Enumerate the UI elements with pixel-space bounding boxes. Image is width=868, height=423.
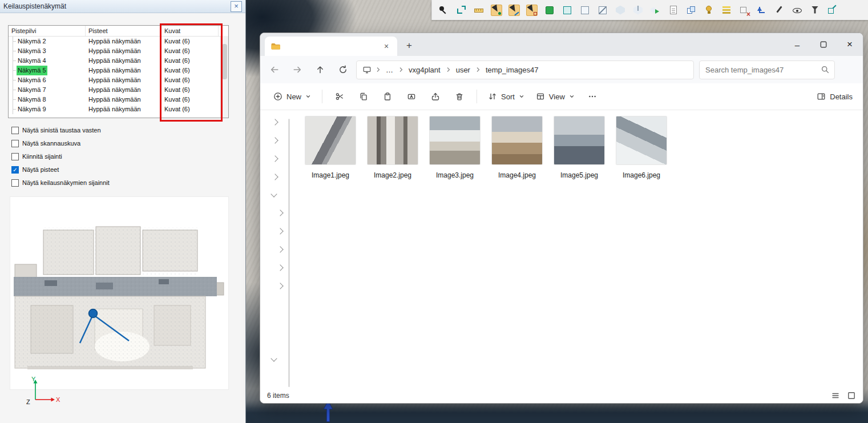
tree-chevron-right-icon[interactable] [277,283,283,289]
table-row[interactable]: Näkymä 4 Hyppää näkymään Kuvat (6) [9,56,228,66]
file-thumbnail[interactable] [430,116,480,164]
rename-button[interactable] [400,87,423,106]
file-item[interactable]: Image3.jpeg [430,116,480,179]
refresh-button[interactable] [336,62,350,77]
search-input[interactable] [704,65,821,75]
frame-box-icon[interactable] [579,5,591,16]
lamp-icon[interactable] [703,5,714,16]
filter-funnel-icon[interactable] [809,5,821,16]
notes-list-icon[interactable] [668,5,679,16]
minimize-button[interactable]: – [784,33,810,56]
prism-box-icon[interactable] [615,5,626,16]
file-item[interactable]: Image4.jpeg [492,116,542,179]
share-icon [431,92,440,101]
section-box-icon[interactable] [597,5,608,16]
file-thumbnail[interactable] [492,116,542,164]
checkbox-icon[interactable] [11,127,19,134]
visibility-eye-icon[interactable] [792,5,803,16]
breadcrumb-segment[interactable]: user [455,66,471,74]
checkbox-blue-background[interactable]: Näytä sinistä taustaa vasten [11,126,110,134]
tree-chevron-right-icon[interactable] [272,119,278,125]
layer-stack-icon[interactable] [721,5,732,16]
table-row[interactable]: Näkymä 9 Hyppää näkymään Kuvat (6) [9,104,228,114]
tree-chevron-right-icon[interactable] [272,137,278,143]
snap-face-icon[interactable] [526,5,538,16]
more-button[interactable] [581,87,604,106]
checkbox-icon[interactable] [11,153,19,160]
close-window-button[interactable]: × [837,33,863,56]
breadcrumb-segment[interactable]: vxg4plant [407,66,442,74]
list-view-icon[interactable] [831,391,840,400]
new-tab-button[interactable]: + [402,40,417,51]
tree-chevron-right-icon[interactable] [277,228,283,234]
checkbox-icon[interactable] [11,140,19,147]
table-row[interactable]: Näkymä 2 Hyppää näkymään Kuvat (6) [9,37,228,46]
thumbnail-view-icon[interactable] [847,391,856,400]
forward-button[interactable] [290,62,305,77]
tree-chevron-right-icon[interactable] [277,264,283,271]
back-button[interactable] [267,62,282,77]
clear-selection-icon[interactable] [738,5,750,16]
file-item[interactable]: Image5.jpeg [554,116,604,179]
breadcrumb-current-folder[interactable]: temp_images47 [485,66,540,74]
copy-button[interactable] [352,87,375,106]
new-button[interactable]: New [268,88,316,105]
tree-chevron-right-icon[interactable] [277,246,283,252]
tree-chevron-right-icon[interactable] [272,174,278,180]
up-button[interactable] [313,62,328,77]
file-thumbnail[interactable] [616,116,667,164]
explorer-tab[interactable]: × [265,37,397,56]
measure-ruler-icon[interactable] [473,5,485,16]
cube-model-icon[interactable] [632,5,644,16]
snap-edge-icon[interactable] [508,5,520,16]
view-button[interactable]: View [531,88,580,105]
tree-chevron-right-icon[interactable] [277,210,283,216]
sort-button[interactable]: Sort [483,88,530,105]
breadcrumb-overflow[interactable]: … [385,66,394,74]
shaded-box-icon[interactable] [544,5,555,16]
sidebar-scrollbar[interactable] [288,119,290,387]
tree-chevron-down-icon[interactable] [271,191,277,197]
paste-button[interactable] [376,87,399,106]
details-button[interactable]: Details [817,92,855,101]
zoom-extents-icon[interactable] [455,5,467,16]
file-item[interactable]: Image1.jpeg [305,116,356,179]
tab-close-button[interactable]: × [381,42,391,51]
maximize-button[interactable] [810,33,837,56]
open-external-icon[interactable] [827,5,838,16]
file-item[interactable]: Image2.jpeg [368,116,418,179]
duplicate-views-icon[interactable] [685,5,697,16]
delete-button[interactable] [448,87,471,106]
snap-point-icon[interactable] [491,5,502,16]
breadcrumb[interactable]: … vxg4plant user temp_images47 [356,61,694,79]
wire-box-icon[interactable] [562,5,573,16]
file-thumbnail[interactable] [368,116,418,164]
checkbox-icon[interactable] [11,179,19,187]
table-row-selected[interactable]: Näkymä 5 Hyppää näkymään Kuvat (6) [9,66,228,75]
markup-pen-icon[interactable] [774,5,785,16]
table-scrollbar[interactable] [220,36,228,118]
share-button[interactable] [424,87,447,106]
table-row[interactable]: Näkymä 8 Hyppää näkymään Kuvat (6) [9,95,228,104]
checkbox-show-points[interactable]: ✓ Näytä pisteet [11,166,110,174]
table-row[interactable]: Näkymä 7 Hyppää näkymään Kuvat (6) [9,85,228,95]
pointcloud-preview[interactable] [10,197,228,389]
panel-close-button[interactable]: × [231,1,242,12]
table-row[interactable]: Näkymä 3 Hyppää näkymään Kuvat (6) [9,46,228,56]
tree-chevron-right-icon[interactable] [272,155,278,162]
checkbox-lock-position[interactable]: Kiinnitä sijainti [11,152,110,160]
file-list-area[interactable]: Image1.jpeg Image2.jpeg Image3.jpeg Imag… [292,110,863,388]
pushpin-icon[interactable] [438,5,449,16]
file-thumbnail[interactable] [305,116,356,164]
file-thumbnail[interactable] [554,116,604,164]
table-row[interactable]: Näkymä 6 Hyppää näkymään Kuvat (6) [9,75,228,85]
checkbox-checked-icon[interactable]: ✓ [11,166,19,174]
tree-chevron-down-icon[interactable] [271,355,277,361]
move-axes-icon[interactable] [756,5,768,16]
search-box[interactable] [699,61,835,79]
checkbox-scan-image[interactable]: Näytä skannauskuva [11,139,110,147]
export-model-icon[interactable] [650,5,661,16]
cut-button[interactable] [328,87,351,106]
file-item[interactable]: Image6.jpeg [616,116,667,179]
checkbox-show-scan-locations[interactable]: Näytä keilausnäkymien sijainnit [11,179,110,187]
